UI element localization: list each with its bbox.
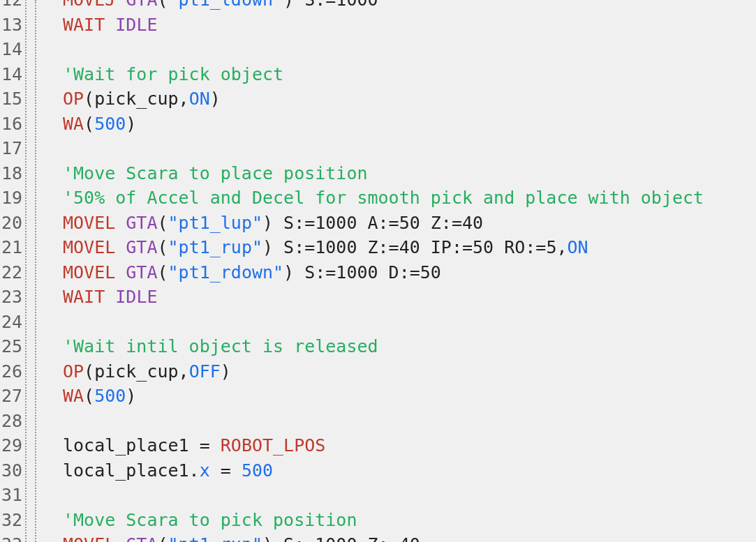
line-number: 17	[0, 136, 22, 161]
code-token: WAIT	[63, 287, 105, 307]
code-line[interactable]: MOVEJ GTA("pt1_ldown") S:=1000	[63, 0, 756, 13]
line-number: 31	[0, 483, 22, 508]
line-number: 27	[0, 384, 22, 409]
code-line[interactable]: OP(pick_cup,OFF)	[63, 359, 756, 384]
line-number: 19	[0, 186, 22, 211]
code-token: 'Move Scara to pick position	[63, 510, 357, 530]
code-token: (	[157, 213, 168, 233]
code-token: ROBOT_LPOS	[221, 435, 326, 456]
code-editor[interactable]: 1213141415161718192021222324252627282930…	[0, 0, 756, 542]
code-token: (	[84, 386, 94, 406]
code-token: "pt1_ldown"	[168, 0, 284, 10]
code-token: )	[126, 114, 136, 134]
code-line[interactable]: MOVEL GTA("pt1_rup") S:=1000 Z:=40 IP:=5…	[63, 235, 756, 260]
code-line[interactable]: local_place1.x = 500	[63, 458, 756, 483]
line-number: 23	[0, 285, 22, 310]
code-token: WA	[63, 386, 84, 406]
code-token: WAIT	[63, 15, 105, 35]
code-token: ) S:=1000 D:=50	[283, 262, 441, 283]
code-token: GTA	[126, 534, 157, 542]
code-token: (pick_cup,	[84, 361, 189, 382]
code-line[interactable]: MOVEL GTA("pt1_rup") S:=1000 Z:=40	[63, 532, 756, 542]
code-line[interactable]: local_place1 = ROBOT_LPOS	[63, 433, 756, 458]
code-token: OP	[63, 89, 84, 109]
code-token: "pt1_rup"	[168, 534, 262, 542]
code-token: 500	[242, 460, 273, 481]
code-token: 500	[94, 386, 126, 406]
code-token: ON	[568, 237, 588, 257]
line-number: 30	[0, 458, 22, 483]
code-line[interactable]: 'Move Scara to place position	[63, 161, 756, 186]
code-token: MOVEL	[63, 262, 126, 283]
code-token: "pt1_lup"	[168, 213, 262, 233]
code-line[interactable]	[63, 409, 756, 434]
code-line[interactable]: MOVEL GTA("pt1_rdown") S:=1000 D:=50	[63, 260, 756, 285]
code-line[interactable]	[63, 310, 756, 335]
code-token: (pick_cup,	[84, 89, 189, 109]
code-token: (	[157, 534, 168, 542]
code-token: OFF	[189, 361, 221, 382]
code-token: OP	[63, 361, 84, 382]
code-token: ) S:=1000 Z:=40 IP:=50 RO:=5,	[262, 237, 568, 257]
code-line[interactable]	[63, 37, 756, 62]
code-token: '50% of Accel and Decel for smooth pick …	[63, 188, 704, 208]
code-line[interactable]: OP(pick_cup,ON)	[63, 86, 756, 112]
code-token: 'Wait intil object is released	[63, 336, 378, 356]
code-token	[105, 15, 115, 35]
code-token: 'Move Scara to place position	[63, 163, 368, 183]
code-token: GTA	[126, 213, 157, 233]
code-token: (	[157, 0, 168, 10]
code-line[interactable]: WAIT IDLE	[63, 285, 756, 310]
code-token	[105, 287, 115, 307]
code-line[interactable]: 'Move Scara to pick position	[63, 508, 756, 533]
line-number: 25	[0, 334, 22, 359]
line-number: 20	[0, 211, 22, 236]
code-token: MOVEL	[63, 237, 126, 257]
code-line[interactable]: '50% of Accel and Decel for smooth pick …	[63, 186, 756, 211]
code-token: )	[221, 361, 231, 382]
code-token: IDLE	[115, 287, 157, 307]
code-token: local_place1 =	[63, 435, 221, 456]
code-line[interactable]	[63, 136, 756, 161]
code-token: ) S:=1000	[283, 0, 378, 10]
code-area[interactable]: MOVEJ GTA("pt1_ldown") S:=1000WAIT IDLE'…	[36, 0, 756, 542]
line-number: 33	[0, 532, 22, 542]
code-token: x	[200, 460, 210, 481]
line-number: 14	[0, 62, 22, 87]
code-token: MOVEL	[63, 213, 126, 233]
code-line[interactable]: WAIT IDLE	[63, 13, 756, 38]
code-token: IDLE	[115, 15, 157, 35]
code-token: 'Wait for pick object	[63, 64, 283, 84]
line-number-gutter: 1213141415161718192021222324252627282930…	[0, 0, 27, 542]
line-number: 28	[0, 409, 22, 434]
code-token: GTA	[126, 0, 157, 10]
line-number: 29	[0, 433, 22, 458]
code-token: GTA	[126, 262, 157, 283]
code-token: WA	[63, 114, 84, 134]
code-token: ON	[189, 89, 210, 109]
code-line[interactable]: WA(500)	[63, 384, 756, 409]
line-number: 12	[0, 0, 22, 13]
line-number: 16	[0, 112, 22, 137]
code-token: (	[157, 262, 168, 283]
line-number: 26	[0, 359, 22, 384]
code-line[interactable]: MOVEL GTA("pt1_lup") S:=1000 A:=50 Z:=40	[63, 211, 756, 236]
code-token: (	[84, 114, 94, 134]
code-token: "pt1_rdown"	[168, 262, 284, 283]
code-token: local_place1.	[63, 460, 200, 481]
code-token: "pt1_rup"	[168, 237, 262, 257]
code-line[interactable]: WA(500)	[63, 112, 756, 137]
code-line[interactable]: 'Wait intil object is released	[63, 334, 756, 359]
code-token: =	[210, 460, 242, 481]
code-line[interactable]	[63, 483, 756, 508]
code-token: GTA	[126, 237, 157, 257]
line-number: 14	[0, 37, 22, 62]
code-token: MOVEL	[63, 534, 126, 542]
code-token: ) S:=1000 Z:=40	[262, 534, 420, 542]
code-token: )	[210, 89, 221, 109]
code-token: 500	[94, 114, 126, 134]
code-line[interactable]: 'Wait for pick object	[63, 62, 756, 87]
line-number: 24	[0, 310, 22, 335]
code-token: )	[126, 386, 136, 406]
line-number: 21	[0, 235, 22, 260]
